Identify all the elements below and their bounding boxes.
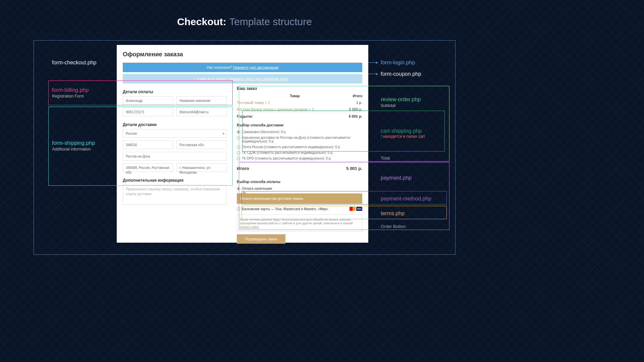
login-link[interactable]: Нажмите для авторизации <box>233 65 279 69</box>
order-item: Тестовый товар × 1 1 р. <box>237 99 362 106</box>
checkout-mock: Оформление заказа Уже покупали? Нажмите … <box>117 45 368 243</box>
zip-field[interactable]: 344016 <box>123 140 173 149</box>
addr2-field[interactable]: г. Новошахтинск, ул. Молодогва <box>176 163 227 172</box>
page-title: Оформление заказа <box>123 51 362 58</box>
radio-icon <box>237 145 240 149</box>
slide-title: Checkout: Template structure <box>0 16 489 27</box>
radio-icon <box>237 157 240 160</box>
anno-form-coupon: form-coupon.php <box>381 71 421 77</box>
phone-field[interactable]: 9081723171 <box>123 108 173 116</box>
anno-terms: terms.php <box>381 210 405 217</box>
visa-icon: VISA <box>356 207 362 211</box>
payment-heading: Выбор способа оплаты <box>237 180 362 184</box>
radio-icon <box>237 207 240 210</box>
country-select[interactable]: Россия▾ <box>123 129 227 138</box>
total-row: Итого 5 001 р. <box>237 163 362 174</box>
order-header-row: Товар Итого <box>237 93 362 99</box>
order-item: Костюм Велюр пенка с длинным рукавом × 1… <box>237 106 362 113</box>
order-heading: Ваш заказ <box>237 86 362 91</box>
name-field[interactable]: Александр <box>123 96 173 105</box>
anno-total: Total <box>381 156 390 161</box>
ship-option[interactable]: ТК DPD (стоимость рассчитывается индивид… <box>237 156 362 161</box>
anno-review-order: review-order.php Subtotal <box>381 97 421 108</box>
radio-icon <box>237 130 240 134</box>
radio-icon <box>237 136 240 139</box>
anno-form-shipping: form-shipping.php Additional information <box>52 140 95 152</box>
anno-payment-method: payment-method.php <box>381 196 431 202</box>
arrow-icon <box>368 74 378 74</box>
ship-option[interactable]: Курьерская доставка по Ростову-на-Дону (… <box>237 135 362 144</box>
coupon-link[interactable]: Нажмите здесь для введения кода <box>228 77 288 81</box>
subtotal-row: Подытог 5 001 р. <box>237 113 362 120</box>
billing-heading: Детали оплаты <box>123 89 227 94</box>
extra-heading: Дополнительная информация <box>123 178 227 183</box>
anno-order-button: Order Button <box>381 224 406 229</box>
city-field[interactable]: Ростов-на-Дону <box>123 152 227 161</box>
terms-text: Ваши личные данные будут использоваться … <box>237 215 362 232</box>
login-banner[interactable]: Уже покупали? Нажмите для авторизации <box>123 63 362 72</box>
coupon-banner[interactable]: У вас есть купон? Нажмите здесь для введ… <box>123 74 362 83</box>
payment-note: Оплата наличными при доставке заказа. <box>237 193 362 204</box>
email-field[interactable]: tiberium84@mail.ru <box>176 108 227 116</box>
ship-option[interactable]: Почта России (стоимость рассчитывается и… <box>237 144 362 150</box>
payment-option-cash[interactable]: Оплата наличными <box>237 186 362 191</box>
radio-icon <box>237 187 240 190</box>
radio-icon <box>237 151 240 155</box>
confirm-button[interactable]: Подтвердить заказ <box>237 234 285 244</box>
notes-textarea[interactable]: Применения к вашему заказу, например, ос… <box>123 185 227 205</box>
privacy-link[interactable]: privacy policy <box>240 225 259 229</box>
addr1-field[interactable]: 346909, Россия, Ростовская обл. <box>123 163 173 172</box>
anno-form-checkout: form-checkout.php <box>52 60 97 66</box>
ship-option[interactable]: Самовывоз (бесплатно): 0 р. <box>237 129 362 135</box>
company-field[interactable]: Название компании <box>176 96 227 105</box>
payment-option-card[interactable]: Банковские карты — Visa, Mastercard и Ma… <box>237 206 362 212</box>
shipping-heading: Детали доставки <box>123 122 227 127</box>
anno-form-billing: form-billing.php Registration Form <box>52 87 89 99</box>
arrow-icon <box>368 62 378 63</box>
mastercard-icon <box>350 207 356 211</box>
anno-form-login: form-login.php <box>381 60 415 66</box>
region-field[interactable]: Ростовская обл. <box>176 140 227 149</box>
ship-heading: Выбор способа доставки <box>237 123 362 127</box>
ship-option[interactable]: ТК СДЭК (стоимость рассчитывается индиви… <box>237 150 362 156</box>
anno-cart-shipping: cart-shipping.php ! находится в папке ca… <box>381 128 425 139</box>
anno-payment: payment.php <box>381 175 412 181</box>
